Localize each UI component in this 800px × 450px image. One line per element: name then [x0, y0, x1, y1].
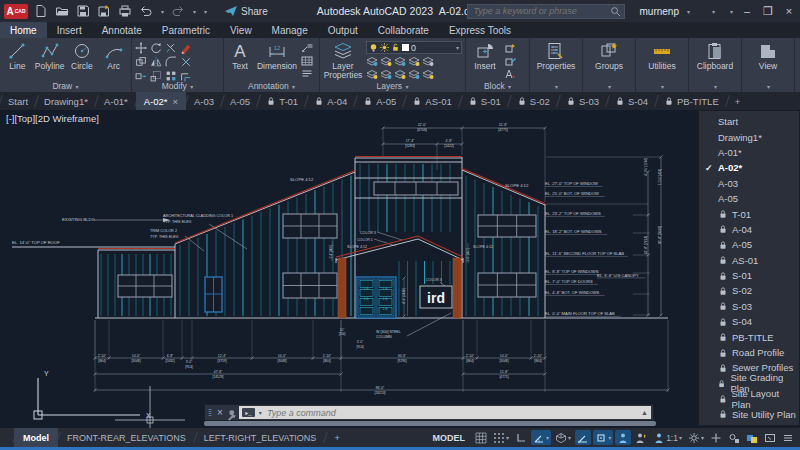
ribbon-tab-collaborate[interactable]: Collaborate: [368, 22, 439, 38]
layer-tool-icon[interactable]: [366, 55, 378, 67]
file-tab-start[interactable]: Start: [0, 92, 36, 110]
file-tab-s-03[interactable]: S-03: [558, 92, 607, 110]
trim-tool[interactable]: [165, 42, 177, 54]
layer-dropdown[interactable]: 0 ▾: [366, 41, 462, 54]
command-close-icon[interactable]: ×: [214, 407, 226, 418]
share-button[interactable]: Share: [224, 4, 268, 18]
save-icon[interactable]: [76, 4, 90, 18]
view-panel[interactable]: View▾: [742, 38, 795, 92]
circle-tool[interactable]: Circle: [68, 40, 97, 80]
file-tab-a-05[interactable]: A-05: [355, 92, 404, 110]
new-file-icon[interactable]: [34, 4, 48, 18]
dropdown-item-a-01[interactable]: A-01*: [699, 145, 799, 160]
dropdown-item-s-03[interactable]: S-03: [699, 299, 799, 314]
save-as-icon[interactable]: [97, 4, 111, 18]
open-file-icon[interactable]: [55, 4, 69, 18]
search-icon[interactable]: [610, 6, 621, 17]
help-caret-icon[interactable]: ▾: [730, 8, 733, 15]
close-button[interactable]: ×: [782, 5, 796, 17]
dropdown-item-pb-title[interactable]: PB-TITLE: [699, 329, 799, 344]
dropdown-item-a-05[interactable]: A-05: [699, 191, 799, 206]
explode-tool[interactable]: [180, 56, 192, 68]
ribbon-tab-manage[interactable]: Manage: [262, 22, 318, 38]
ribbon-tab-home[interactable]: Home: [0, 22, 47, 38]
polyline-tool[interactable]: Polyline: [35, 40, 65, 80]
annotation-panel-label[interactable]: Annotation ▾: [224, 81, 319, 92]
command-tools-icon[interactable]: [226, 407, 237, 418]
file-tab-a-01[interactable]: A-01*: [96, 92, 136, 110]
dropdown-item-site-layout-plan[interactable]: Site Layout Plan: [699, 391, 799, 406]
plot-icon[interactable]: [118, 4, 132, 18]
maximize-button[interactable]: ❒: [761, 5, 775, 18]
workspace-switching-toggle[interactable]: ▾: [686, 430, 706, 445]
dropdown-item-s-01[interactable]: S-01: [699, 268, 799, 283]
command-prompt-icon[interactable]: ▸_: [242, 408, 255, 417]
ribbon-tab-insert[interactable]: Insert: [47, 22, 92, 38]
dropdown-item-as-01[interactable]: AS-01: [699, 253, 799, 268]
layer-tool-icon[interactable]: [394, 55, 406, 67]
undo-caret-icon[interactable]: ▾: [161, 8, 164, 15]
redo-caret-icon[interactable]: ▾: [193, 8, 196, 15]
grid-display-toggle[interactable]: [473, 430, 489, 445]
close-tab-icon[interactable]: ×: [172, 96, 178, 107]
qat-customize-icon[interactable]: ▾: [204, 8, 207, 15]
command-grip-icon[interactable]: ⁞⁞: [205, 408, 214, 418]
layer-properties-tool[interactable]: Layer Properties: [323, 40, 363, 80]
file-tab-s-04[interactable]: S-04: [607, 92, 656, 110]
erase-tool[interactable]: [180, 42, 192, 54]
file-tab-drawing1[interactable]: Drawing1*: [36, 92, 96, 110]
dropdown-item-site-utility-plan[interactable]: Site Utility Plan: [699, 406, 799, 421]
annotation-visibility-toggle[interactable]: [615, 430, 631, 445]
new-drawing-tab-button[interactable]: +: [727, 92, 749, 110]
model-tab[interactable]: Model: [14, 428, 58, 447]
line-tool[interactable]: Line: [3, 40, 32, 80]
ribbon-tab-annotate[interactable]: Annotate: [92, 22, 152, 38]
define-attributes-icon[interactable]: [504, 68, 516, 80]
layer-tool-icon[interactable]: [408, 68, 420, 80]
arc-tool[interactable]: Arc: [99, 40, 128, 80]
isolate-objects-toggle[interactable]: [726, 430, 742, 445]
user-caret-icon[interactable]: ▾: [687, 8, 690, 15]
undo-icon[interactable]: [139, 4, 153, 18]
text-tool[interactable]: AText: [227, 40, 253, 80]
draw-panel-label[interactable]: Draw ▾: [0, 81, 131, 92]
autodesk-app-caret-icon[interactable]: ▾: [712, 8, 715, 15]
drawing-area[interactable]: EXISTING BLDG.EL. 14'-0" TOP OF ROOFARCH…: [0, 110, 800, 428]
file-tab-pb-title[interactable]: PB-TITLE: [656, 92, 727, 110]
rotate-tool[interactable]: [150, 42, 162, 54]
layers-panel-label[interactable]: Layers ▾: [320, 81, 465, 92]
ribbon-tab-output[interactable]: Output: [318, 22, 368, 38]
username[interactable]: murnenp: [639, 6, 678, 17]
layer-tool-icon[interactable]: [422, 55, 434, 67]
edit-block-icon[interactable]: [504, 55, 516, 67]
layer-tool-icon[interactable]: [422, 68, 434, 80]
autocad-logo[interactable]: ACAD: [4, 4, 28, 19]
command-line-bar[interactable]: ⁞⁞ × ▸_ ▾ ▲: [204, 404, 654, 421]
layer-tool-icon[interactable]: [408, 55, 420, 67]
layer-tool-icon[interactable]: [380, 68, 392, 80]
command-input-field[interactable]: ▸_ ▾ ▲: [239, 406, 651, 419]
dropdown-item-s-04[interactable]: S-04: [699, 314, 799, 329]
command-scrollbar[interactable]: [204, 421, 656, 426]
clean-screen-toggle[interactable]: [762, 430, 778, 445]
search-box[interactable]: [467, 4, 625, 19]
file-tab-s-02[interactable]: S-02: [509, 92, 558, 110]
object-snap-toggle[interactable]: ▾: [593, 430, 613, 445]
redo-icon[interactable]: [171, 4, 185, 18]
minimize-button[interactable]: –: [740, 5, 754, 17]
insert-tool[interactable]: Insert: [469, 40, 501, 80]
file-tab-a-03[interactable]: A-03: [186, 92, 222, 110]
dropdown-item-drawing1[interactable]: Drawing1*: [699, 129, 799, 144]
object-snap-tracking-toggle[interactable]: [575, 430, 591, 445]
file-tab-t-01[interactable]: T-01: [258, 92, 306, 110]
polar-tracking-toggle[interactable]: ▾: [531, 430, 551, 445]
dropdown-item-a-04[interactable]: A-04: [699, 222, 799, 237]
dropdown-item-start[interactable]: Start: [699, 114, 799, 129]
leader-icon[interactable]: [301, 42, 313, 54]
search-expand-icon[interactable]: ▸: [457, 8, 460, 15]
layout-tab-left-right[interactable]: LEFT-RIGHT_ELEVATIONS: [195, 428, 326, 447]
dropdown-item-s-02[interactable]: S-02: [699, 283, 799, 298]
search-input[interactable]: [471, 5, 610, 17]
command-recent-caret-icon[interactable]: ▾: [259, 409, 262, 416]
layout-tab-front-rear[interactable]: FRONT-REAR_ELEVATIONS: [58, 428, 195, 447]
